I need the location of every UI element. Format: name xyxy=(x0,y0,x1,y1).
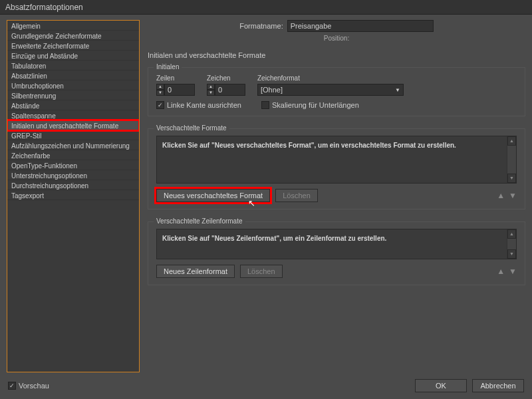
lines-list[interactable]: Klicken Sie auf "Neues Zeilenformat", um… xyxy=(156,229,517,259)
sidebar-item[interactable]: Zeichenfarbe xyxy=(7,150,139,160)
sidebar-item[interactable]: Abstände xyxy=(7,100,139,110)
sidebar-item[interactable]: Initialen und verschachtelte Formate xyxy=(7,120,139,130)
lines-fieldset: Verschachtelte Zeilenformate Klicken Sie… xyxy=(148,221,525,285)
sidebar-item[interactable]: Spaltenspanne xyxy=(7,110,139,120)
zeichen-label: Zeichen xyxy=(207,74,245,82)
linke-kante-checkbox[interactable]: ✓ Linke Kante ausrichten xyxy=(156,101,241,109)
sidebar-item[interactable]: Tagsexport xyxy=(7,190,139,200)
move-up-icon[interactable]: ▲ xyxy=(497,267,505,276)
category-sidebar: AllgemeinGrundlegende ZeichenformateErwe… xyxy=(7,20,140,372)
nested-hint: Klicken Sie auf "Neues verschachteltes F… xyxy=(162,142,456,149)
zeichen-up-icon[interactable]: ▲ xyxy=(207,84,215,90)
zeichen-input[interactable] xyxy=(215,84,245,96)
sidebar-item[interactable]: Grundlegende Zeichenformate xyxy=(7,31,139,41)
initialen-fieldset: Initialen Zeilen ▲ ▼ Zeichen xyxy=(148,67,525,116)
sidebar-item[interactable]: Absatzlinien xyxy=(7,70,139,80)
window-title: Absatzformatoptionen xyxy=(0,0,532,15)
zeichenformat-value: [Ohne] xyxy=(261,86,283,94)
ok-button[interactable]: OK xyxy=(415,379,467,392)
move-down-icon[interactable]: ▼ xyxy=(509,267,517,276)
scrollbar[interactable]: ▲ ▼ xyxy=(507,229,516,259)
sidebar-item[interactable]: OpenType-Funktionen xyxy=(7,160,139,170)
zeilen-label: Zeilen xyxy=(156,74,195,82)
scroll-up-icon[interactable]: ▲ xyxy=(507,229,516,239)
linke-kante-label: Linke Kante ausrichten xyxy=(167,101,241,109)
delete-line-button[interactable]: Löschen xyxy=(240,265,283,278)
position-label: Position: xyxy=(148,35,525,42)
zeichenformat-label: Zeichenformat xyxy=(257,74,404,82)
lines-legend: Verschachtelte Zeilenformate xyxy=(154,217,245,225)
sidebar-item[interactable]: Silbentrennung xyxy=(7,90,139,100)
skalierung-label: Skalierung für Unterlängen xyxy=(272,101,359,109)
sidebar-item[interactable]: Allgemein xyxy=(7,21,139,31)
zeilen-up-icon[interactable]: ▲ xyxy=(156,84,164,90)
zeilen-down-icon[interactable]: ▼ xyxy=(156,90,164,96)
zeichen-down-icon[interactable]: ▼ xyxy=(207,90,215,96)
skalierung-checkbox[interactable]: Skalierung für Unterlängen xyxy=(261,101,359,109)
chevron-down-icon: ▼ xyxy=(395,87,400,93)
formatname-input[interactable] xyxy=(287,20,434,32)
sidebar-item[interactable]: Tabulatoren xyxy=(7,61,139,70)
scroll-down-icon[interactable]: ▼ xyxy=(507,249,516,259)
formatname-label: Formatname: xyxy=(239,22,283,30)
nested-list[interactable]: Klicken Sie auf "Neues verschachteltes F… xyxy=(156,136,517,184)
move-up-icon[interactable]: ▲ xyxy=(497,191,505,200)
sidebar-item[interactable]: Umbruchoptionen xyxy=(7,80,139,90)
scrollbar[interactable]: ▲ ▼ xyxy=(507,136,516,183)
cancel-button[interactable]: Abbrechen xyxy=(472,379,524,392)
checkbox-check-icon: ✓ xyxy=(156,101,164,109)
checkbox-empty-icon xyxy=(261,101,269,109)
sidebar-item[interactable]: Erweiterte Zeichenformate xyxy=(7,41,139,51)
checkbox-check-icon: ✓ xyxy=(8,382,16,390)
zeichenformat-select[interactable]: [Ohne] ▼ xyxy=(257,84,404,96)
nested-legend: Verschachtelte Formate xyxy=(154,124,229,132)
initialen-legend: Initialen xyxy=(154,63,182,70)
lines-hint: Klicken Sie auf "Neues Zeilenformat", um… xyxy=(162,235,386,242)
preview-label: Vorschau xyxy=(19,382,49,390)
new-line-format-button[interactable]: Neues Zeilenformat xyxy=(156,265,235,278)
sidebar-item[interactable]: GREP-Stil xyxy=(7,130,139,140)
scroll-down-icon[interactable]: ▼ xyxy=(507,174,516,183)
scroll-up-icon[interactable]: ▲ xyxy=(507,136,516,146)
zeilen-input[interactable] xyxy=(164,84,195,96)
move-down-icon[interactable]: ▼ xyxy=(509,191,517,200)
preview-checkbox[interactable]: ✓ Vorschau xyxy=(8,382,49,390)
delete-nested-button[interactable]: Löschen xyxy=(275,189,318,202)
sidebar-item[interactable]: Unterstreichungsoptionen xyxy=(7,170,139,180)
new-nested-format-button[interactable]: Neues verschachteltes Format xyxy=(156,189,270,202)
sidebar-item[interactable]: Durchstreichungsoptionen xyxy=(7,180,139,190)
nested-fieldset: Verschachtelte Formate Klicken Sie auf "… xyxy=(148,128,525,209)
sidebar-item[interactable]: Aufzählungszeichen und Nummerierung xyxy=(7,140,139,150)
sidebar-item[interactable]: Einzüge und Abstände xyxy=(7,51,139,61)
section-title: Initialen und verschachtelte Formate xyxy=(148,51,525,59)
